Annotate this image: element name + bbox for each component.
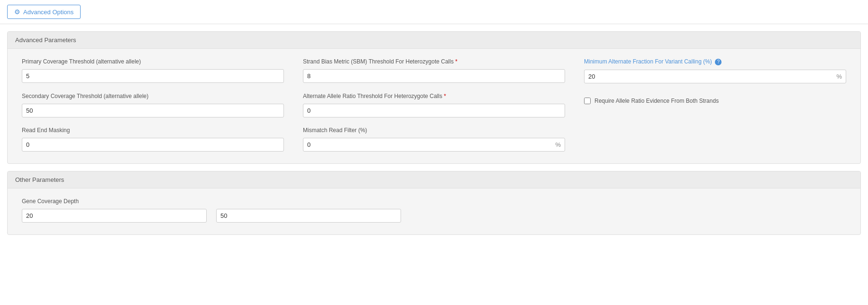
min-alternate-fraction-help-icon[interactable]: ? (715, 59, 722, 65)
require-allele-ratio-cell: Require Allele Ratio Evidence From Both … (584, 93, 846, 117)
mismatch-read-filter-input-wrapper: % (303, 138, 565, 152)
alternate-allele-ratio-input-wrapper (303, 104, 565, 117)
min-alternate-fraction-input-wrapper: % (584, 70, 846, 83)
primary-coverage-field-group: Primary Coverage Threshold (alternative … (22, 58, 284, 83)
other-panel-body: Gene Coverage Depth (8, 188, 860, 234)
alternate-allele-ratio-input[interactable] (303, 104, 565, 117)
secondary-coverage-field-group: Secondary Coverage Threshold (alternativ… (22, 93, 284, 117)
gene-coverage-depth-input2[interactable] (217, 209, 401, 222)
alternate-allele-ratio-field-group: Alternate Allele Ratio Threshold For Het… (303, 93, 565, 117)
advanced-panel-body: Primary Coverage Threshold (alternative … (8, 49, 860, 163)
min-alternate-fraction-input[interactable] (585, 70, 832, 83)
other-parameters-panel: Other Parameters Gene Coverage Depth (7, 171, 861, 235)
advanced-fields-grid: Primary Coverage Threshold (alternative … (22, 58, 846, 152)
advanced-parameters-panel: Advanced Parameters Primary Coverage Thr… (7, 31, 861, 164)
strand-bias-input-wrapper (303, 69, 565, 83)
gene-coverage-depth-label: Gene Coverage Depth (22, 198, 846, 205)
gear-icon: ⚙ (14, 8, 20, 16)
strand-bias-label: Strand Bias Metric (SBM) Threshold For H… (303, 58, 565, 65)
content-area: Advanced Parameters Primary Coverage Thr… (0, 24, 868, 242)
gene-coverage-depth-input2-wrapper (216, 209, 401, 223)
require-allele-ratio-checkbox[interactable] (584, 98, 591, 104)
strand-bias-required-star: * (454, 58, 457, 65)
strand-bias-input[interactable] (303, 70, 565, 82)
mismatch-read-filter-label: Mismatch Read Filter (%) (303, 127, 565, 134)
strand-bias-field-group: Strand Bias Metric (SBM) Threshold For H… (303, 58, 565, 83)
read-end-masking-field-group: Read End Masking (22, 127, 284, 152)
advanced-panel-header: Advanced Parameters (8, 32, 860, 49)
primary-coverage-input[interactable] (22, 70, 283, 82)
secondary-coverage-label: Secondary Coverage Threshold (alternativ… (22, 93, 284, 99)
gene-coverage-depth-field-group: Gene Coverage Depth (22, 198, 846, 223)
gene-coverage-depth-input1[interactable] (22, 209, 206, 222)
require-allele-ratio-row: Require Allele Ratio Evidence From Both … (584, 98, 846, 104)
other-panel-header: Other Parameters (8, 171, 860, 188)
advanced-options-label: Advanced Options (23, 9, 73, 16)
read-end-masking-input[interactable] (22, 138, 283, 151)
mismatch-read-filter-field-group: Mismatch Read Filter (%) % (303, 127, 565, 152)
read-end-masking-input-wrapper (22, 138, 284, 152)
mismatch-read-filter-unit: % (551, 141, 565, 148)
secondary-coverage-input[interactable] (22, 104, 283, 117)
alternate-allele-ratio-required-star: * (442, 93, 446, 99)
read-end-masking-label: Read End Masking (22, 127, 284, 134)
min-alternate-fraction-unit: % (832, 73, 846, 80)
require-allele-ratio-label: Require Allele Ratio Evidence From Both … (594, 98, 719, 104)
primary-coverage-input-wrapper (22, 69, 284, 83)
min-alternate-fraction-field-group: Minimum Alternate Fraction For Variant C… (584, 58, 846, 83)
advanced-options-button[interactable]: ⚙ Advanced Options (7, 5, 81, 19)
row3-col3-empty (584, 127, 846, 152)
primary-coverage-label: Primary Coverage Threshold (alternative … (22, 58, 284, 65)
min-alternate-fraction-label: Minimum Alternate Fraction For Variant C… (584, 58, 846, 65)
mismatch-read-filter-input[interactable] (303, 138, 551, 151)
alternate-allele-ratio-label: Alternate Allele Ratio Threshold For Het… (303, 93, 565, 99)
gene-coverage-depth-input1-wrapper (22, 209, 207, 223)
secondary-coverage-input-wrapper (22, 104, 284, 117)
